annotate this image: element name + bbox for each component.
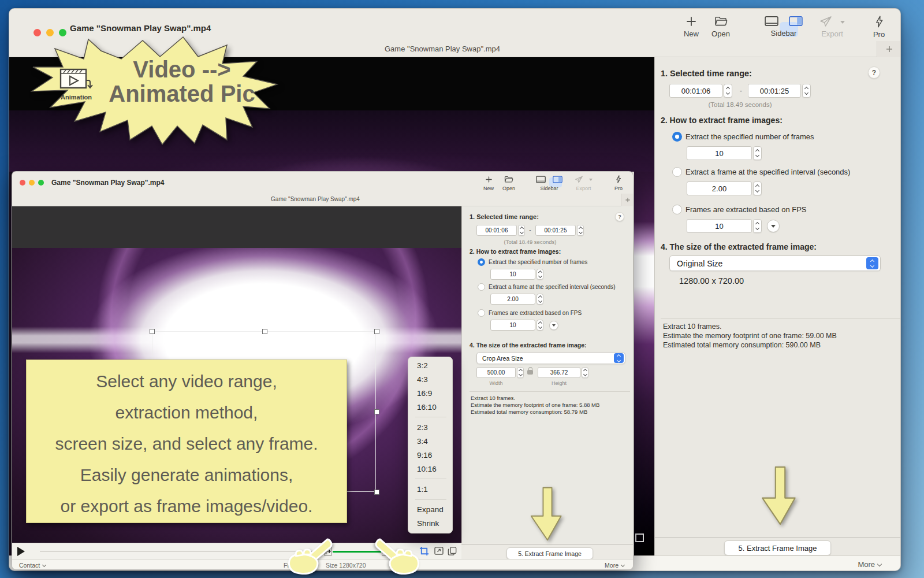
help-button[interactable]: ? [868,66,880,79]
pro-button[interactable]: Pro [863,16,895,39]
outer-trim-handle[interactable] [635,533,644,542]
inner-frame-count-stepper[interactable] [536,269,543,280]
inner-pro-label: Pro [607,186,630,191]
inner-add-tab-button[interactable] [621,194,634,206]
menu-item-2-3[interactable]: 2:3 [417,423,428,432]
starburst-line-2: Animated Pic [78,81,286,107]
callout-line-2: extraction method, [27,397,346,428]
radio-interval[interactable] [672,167,682,177]
play-button[interactable] [17,547,25,556]
inner-export-button[interactable]: Export [568,175,599,191]
contact-button[interactable]: Contact [19,562,46,569]
inner-time-range-dash: - [526,227,534,233]
menu-item-16-9[interactable]: 16:9 [417,389,432,398]
inner-more-button[interactable]: More [578,562,624,569]
extract-frame-button[interactable]: 5. Extract Frame Image [724,540,831,555]
crop-height-stepper[interactable] [582,367,588,378]
interval-stepper[interactable] [753,181,762,195]
copy-frames-icon[interactable] [448,546,457,556]
inner-radio-interval[interactable] [478,283,485,291]
inner-extract-frame-button[interactable]: 5. Extract Frame Image [506,547,593,560]
fps-preset-menu-button[interactable] [767,220,780,232]
frame-count-stepper[interactable] [753,146,762,160]
inner-help-button[interactable]: ? [615,212,624,221]
crop-width-stepper[interactable] [517,367,524,378]
time-start-input[interactable]: 00:01:06 [669,84,722,98]
timeline-scrubber[interactable] [40,551,326,552]
pointing-hand-left [284,536,333,575]
inner-fps-input[interactable]: 10 [490,320,535,331]
new-button[interactable]: New [675,16,707,38]
crop-handle[interactable] [150,329,155,334]
time-end-input[interactable]: 00:01:25 [748,84,801,98]
menu-item-shrink[interactable]: Shrink [417,519,439,528]
menu-item-16-10[interactable]: 16:10 [417,403,437,412]
inner-zoom-button[interactable] [38,180,44,186]
menu-item-4-3[interactable]: 4:3 [417,375,428,384]
inner-time-end-input[interactable]: 00:01:25 [535,225,576,236]
radio-extract-count[interactable] [672,132,682,142]
select-arrows-icon [614,353,624,363]
interval-input[interactable]: 2.00 [687,181,752,195]
open-button[interactable]: Open [705,16,737,38]
crop-handle[interactable] [262,329,267,334]
inner-time-start-stepper[interactable] [518,225,525,236]
inner-frame-count-input[interactable]: 10 [490,269,535,280]
fps-input[interactable]: 10 [687,219,752,233]
menu-item-expand[interactable]: Expand [417,505,444,514]
pointing-hand-right [374,536,423,575]
summary-line-1: Extract 10 frames. [663,322,721,331]
time-start-stepper[interactable] [724,84,732,98]
more-button[interactable]: More [818,560,881,569]
menu-item-3-2[interactable]: 3:2 [417,361,428,370]
frame-count-input[interactable]: 10 [687,146,752,160]
crop-handle[interactable] [374,409,379,414]
radio-fps[interactable] [672,205,682,214]
inner-radio-extract-count[interactable] [478,258,485,266]
crop-width-input[interactable]: 500.00 [476,367,516,378]
chevron-down-icon [877,562,882,566]
sidebar-right-icon [789,16,803,27]
inner-radio-fps[interactable] [478,309,485,317]
inner-summary-line-2: Estimate the memory footprint of one fra… [471,402,599,408]
radio-interval-label: Extract a frame at the specified interva… [685,168,850,176]
panel-separator [661,318,901,319]
lock-icon[interactable] [527,370,533,375]
export-button[interactable]: Export [810,16,855,38]
inner-open-button[interactable]: Open [497,175,520,191]
inner-tab-title[interactable]: Game "Snowman Play Swap".mp4 [12,196,619,202]
crop-handle[interactable] [374,329,379,334]
time-end-stepper[interactable] [802,84,811,98]
inner-minimize-button[interactable] [29,180,35,186]
menu-divider [415,417,446,417]
inner-time-start-input[interactable]: 00:01:06 [476,225,517,236]
inner-interval-input[interactable]: 2.00 [490,294,535,305]
callout-line-1: Select any video range, [27,366,346,397]
menu-item-10-16[interactable]: 10:16 [417,465,437,473]
export-plane-icon [819,16,832,27]
inner-new-label: New [477,186,500,191]
aspect-ratio-icon[interactable] [434,547,444,555]
menu-item-9-16[interactable]: 9:16 [417,451,432,460]
inner-pro-button[interactable]: Pro [607,175,630,191]
crop-handle[interactable] [374,490,379,495]
animation-icon-label: Animation [56,94,96,101]
inner-interval-stepper[interactable] [536,294,543,305]
menu-item-3-4[interactable]: 3:4 [417,437,428,446]
pro-icon [875,16,884,28]
inner-sidebar-button[interactable]: Sidebar [526,175,572,191]
inner-fps-preset-menu-button[interactable] [549,321,558,330]
menu-item-1-1[interactable]: 1:1 [417,485,428,494]
inner-fps-stepper[interactable] [536,320,543,331]
fps-stepper[interactable] [753,219,762,233]
crop-height-input[interactable]: 366.72 [538,367,580,378]
export-caret-icon [589,179,593,181]
add-tab-button[interactable] [877,41,901,57]
inner-new-button[interactable]: New [477,175,500,191]
inner-close-button[interactable] [20,180,25,186]
inner-size-mode-select[interactable]: Crop Area Size [476,352,625,364]
inner-time-end-stepper[interactable] [577,225,584,236]
new-label: New [675,29,707,38]
inner-video-letterbox [12,206,461,248]
size-mode-select[interactable]: Original Size [669,255,881,271]
